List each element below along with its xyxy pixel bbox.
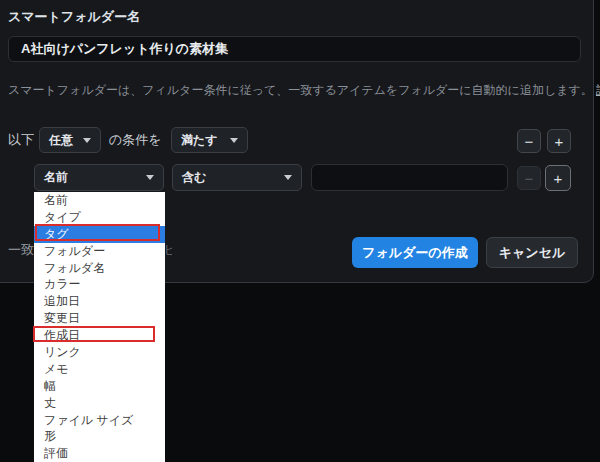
dialog-description: スマートフォルダーは、フィルター条件に従って、一致するアイテムをフォルダーに自動… [8, 83, 596, 98]
list-item-label: 追加日 [44, 294, 80, 308]
chevron-down-icon [230, 138, 238, 143]
smart-folder-name-label: スマートフォルダー名 [8, 8, 140, 26]
list-item[interactable]: リンク [34, 344, 165, 361]
list-item[interactable]: 作成日 [34, 327, 165, 344]
list-item[interactable]: 追加日 [34, 293, 165, 310]
list-item[interactable]: 変更日 [34, 310, 165, 327]
remove-condition-group-button[interactable]: − [517, 129, 541, 153]
remove-rule-button[interactable]: − [517, 166, 541, 190]
create-folder-button[interactable]: フォルダーの作成 [352, 237, 478, 268]
learn-more-link[interactable]: 詳細を見る。 [596, 83, 600, 97]
add-rule-button[interactable]: + [545, 165, 571, 191]
chevron-down-icon [284, 175, 292, 180]
list-item-label: ファイル サイズ [44, 413, 133, 427]
rule-field-value: 名前 [44, 169, 68, 186]
rule-field-select[interactable]: 名前 [34, 164, 164, 191]
list-item-label: 名前 [44, 193, 68, 207]
add-condition-group-button[interactable]: + [547, 129, 571, 153]
list-item-label: タグ [44, 227, 69, 241]
list-item-label: 形 [44, 429, 56, 443]
list-item-label: 評価 [44, 446, 68, 460]
list-item[interactable]: カラー [34, 276, 165, 293]
list-item[interactable]: フォルダー [34, 243, 165, 260]
list-item[interactable]: 丈 [34, 395, 165, 412]
smart-folder-screen: スマートフォルダー名 スマートフォルダーは、フィルター条件に従って、一致するアイ… [0, 0, 600, 462]
list-item-label: カラー [44, 277, 81, 291]
match-scope-select[interactable]: 任意 [39, 127, 101, 153]
list-item-label: リンク [44, 345, 81, 359]
match-mode-value: 満たす [181, 132, 218, 149]
list-item-label: メモ [44, 362, 69, 376]
rule-operator-select[interactable]: 含む [172, 164, 302, 191]
list-item-label: 幅 [44, 379, 56, 393]
chevron-down-icon [83, 138, 91, 143]
matched-items-text-fragment: ビ [164, 241, 172, 259]
list-item[interactable]: 評価 [34, 445, 165, 462]
list-item-label: タイプ [44, 210, 81, 224]
list-item-label: 作成日 [44, 328, 80, 342]
matched-items-text: 一致 [8, 241, 34, 259]
list-item-label: 丈 [44, 396, 56, 410]
match-mode-select[interactable]: 満たす [171, 127, 248, 153]
list-item[interactable]: フォルダ名 [34, 260, 165, 277]
description-text: スマートフォルダーは、フィルター条件に従って、一致するアイテムをフォルダーに自動… [8, 83, 593, 97]
list-item-label: フォルダ名 [44, 261, 105, 275]
cancel-button[interactable]: キャンセル [486, 237, 578, 268]
list-item[interactable]: タグ [34, 226, 165, 243]
list-item[interactable]: 幅 [34, 378, 165, 395]
smart-folder-name-input[interactable] [8, 36, 581, 62]
condition-prefix-label: 以下 [8, 127, 34, 153]
list-item[interactable]: メモ [34, 361, 165, 378]
rule-operator-value: 含む [182, 169, 206, 186]
list-item-label: フォルダー [44, 244, 105, 258]
field-dropdown-list: 名前タイプタグフォルダーフォルダ名カラー追加日変更日作成日リンクメモ幅丈ファイル… [34, 192, 165, 462]
rule-value-input[interactable] [311, 164, 508, 191]
match-scope-value: 任意 [49, 132, 73, 149]
list-item-label: 変更日 [44, 311, 80, 325]
list-item[interactable]: ファイル サイズ [34, 412, 165, 429]
list-item[interactable]: 名前 [34, 192, 165, 209]
chevron-down-icon [146, 175, 154, 180]
list-item[interactable]: タイプ [34, 209, 165, 226]
list-item[interactable]: 形 [34, 428, 165, 445]
condition-middle-label: の条件を [109, 127, 162, 153]
